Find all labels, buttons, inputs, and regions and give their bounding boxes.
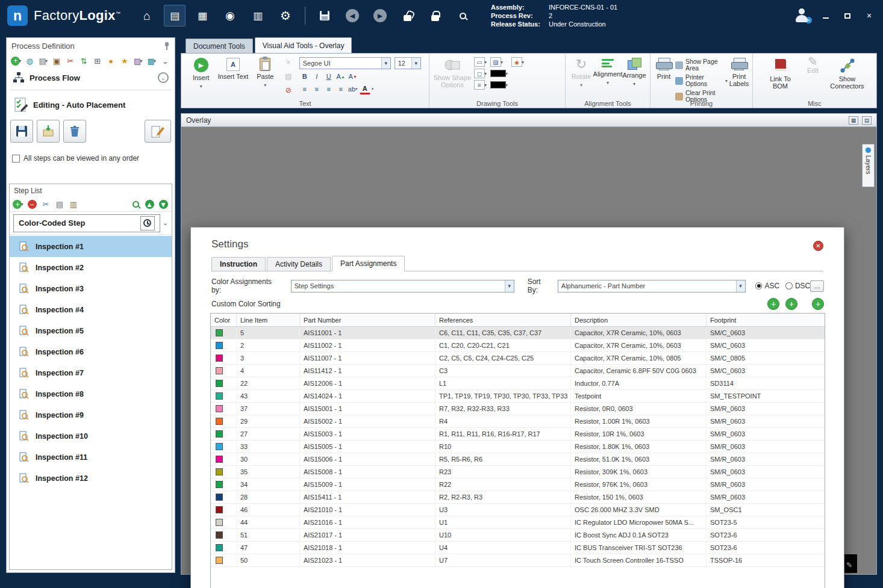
table-row[interactable]: 30 AIS15006 - 1 R5, R5-R6, R6 Resistor, … xyxy=(211,453,825,466)
table-row[interactable]: 34 AIS15009 - 1 R22 Resistor, 976K 1%, 0… xyxy=(211,478,825,491)
header-references[interactable]: References xyxy=(435,314,571,326)
step-list-item[interactable]: Inspection #6 xyxy=(10,341,172,362)
table-row[interactable]: 3 AIS11007 - 1 C2, C5, C5, C24, C24-C25,… xyxy=(211,352,825,365)
shrink-font-button[interactable]: A▼ xyxy=(348,71,358,82)
edit-step-button[interactable] xyxy=(145,120,171,143)
cursor-icon[interactable]: ✎ xyxy=(846,561,852,569)
remove-step-button[interactable]: − xyxy=(26,199,38,211)
underline-button[interactable]: U xyxy=(323,71,334,82)
layers-tab[interactable]: Layers xyxy=(862,144,875,187)
show-connectors-button[interactable]: Show Connectors xyxy=(829,56,866,98)
delete-text-button[interactable]: × xyxy=(283,57,294,68)
font-family-select[interactable]: Segoe UI ▼ xyxy=(299,57,391,69)
minimize-button[interactable] xyxy=(820,11,831,20)
show-shape-options-button[interactable]: Show Shape Options xyxy=(433,56,472,98)
edit-button-ribbon[interactable]: ✎ Edit xyxy=(801,56,825,98)
align-right-button[interactable]: ≡ xyxy=(323,84,334,94)
duplicate-text-button[interactable]: ▤ xyxy=(283,71,294,82)
table-row[interactable]: 47 AIS21018 - 1 U4 IC BUS Transceiver TR… xyxy=(211,542,825,554)
close-button[interactable]: × xyxy=(864,11,875,20)
fill-bucket-button[interactable]: ◈▾ xyxy=(511,57,524,67)
line-style-button[interactable]: ≡▾ xyxy=(474,80,487,90)
audit-search-icon[interactable] xyxy=(452,5,474,26)
tools-button[interactable]: ▩▾ xyxy=(146,55,158,67)
align-center-button[interactable]: ≡ xyxy=(311,84,322,94)
paste-button[interactable]: Paste ▾ xyxy=(249,56,281,98)
alignment-button[interactable]: Alignment ▾ xyxy=(593,56,622,98)
step-list-item[interactable]: Inspection #1 xyxy=(10,236,172,257)
dialog-close-button[interactable]: ✕ xyxy=(813,241,823,251)
insert-button[interactable]: ▶ Insert ▾ xyxy=(185,56,217,98)
table-row[interactable]: 27 AIS15003 - 1 R1, R11, R11, R16, R16-R… xyxy=(211,428,825,441)
font-color-button[interactable]: A xyxy=(360,84,370,94)
palette-button[interactable]: ▨▾ xyxy=(133,55,145,67)
table-row[interactable]: 29 AIS15002 - 1 R4 Resistor, 1.00R 1%, 0… xyxy=(211,415,825,428)
favorite-button[interactable]: ★ xyxy=(119,55,131,67)
overlay-layers-button[interactable]: ▤ xyxy=(862,116,872,125)
tab-activity-details[interactable]: Activity Details xyxy=(267,257,331,271)
pin-icon[interactable] xyxy=(164,42,170,50)
table-row[interactable]: 4 AIS11412 - 1 C3 Capacitor, Ceramic 6.8… xyxy=(211,365,825,377)
step-list-item[interactable]: Inspection #8 xyxy=(10,383,172,404)
insert-text-button[interactable]: A Insert Text xyxy=(217,56,249,98)
header-color[interactable]: Color xyxy=(211,314,237,326)
delete-process-button[interactable] xyxy=(63,120,86,143)
order-checkbox[interactable] xyxy=(12,155,20,162)
step-list-item[interactable]: Inspection #7 xyxy=(10,362,172,383)
expand-process-flow-icon[interactable]: ⌄ xyxy=(158,72,169,83)
move-step-down-button[interactable]: ▼ xyxy=(157,199,169,211)
show-page-area-button[interactable]: Show Page Area xyxy=(675,58,728,72)
settings-gear-icon[interactable]: ⚙ xyxy=(275,5,296,26)
collapse-toolbar-button[interactable]: ⌄ xyxy=(160,55,172,67)
line-color-button[interactable]: ▾ xyxy=(490,80,508,90)
table-row[interactable]: 44 AIS21016 - 1 U1 IC Regulator LDO Micr… xyxy=(211,516,825,529)
table-row[interactable]: 35 AIS15008 - 1 R23 Resistor, 309K 1%, 0… xyxy=(211,466,825,478)
more-options-button[interactable]: ... xyxy=(810,280,824,292)
align-justify-button[interactable]: ≡ xyxy=(335,84,346,94)
font-size-select[interactable]: 12 ▼ xyxy=(395,57,421,69)
step-type-selector[interactable]: Color-Coded Step xyxy=(13,214,160,232)
color-assignments-select[interactable]: Step Settings ▼ xyxy=(291,280,514,292)
import-process-button[interactable] xyxy=(37,120,60,143)
step-type-chevron-icon[interactable]: ⌄ xyxy=(163,219,168,227)
bold-button[interactable]: B xyxy=(299,71,310,82)
paste-step-button[interactable]: ▥ xyxy=(67,199,80,211)
table-row[interactable]: 43 AIS14024 - 1 TP1, TP19, TP19, TP30, T… xyxy=(211,390,825,403)
tab-document-tools[interactable]: Document Tools xyxy=(186,39,253,53)
font-color-dropdown-icon[interactable]: ▾ xyxy=(372,87,374,91)
print-labels-button[interactable]: Print Labels xyxy=(728,56,750,98)
add-step-button[interactable]: +▾ xyxy=(12,199,24,211)
grow-font-button[interactable]: A▲ xyxy=(335,71,346,82)
shape-select-button[interactable]: ▭▾ xyxy=(474,57,487,67)
table-row[interactable]: 51 AIS21017 - 1 U10 IC Boost Sync ADJ 0.… xyxy=(211,529,825,542)
process-flow-row[interactable]: Process Flow ⌄ xyxy=(7,68,175,87)
web-link-button[interactable]: ◍ xyxy=(24,55,36,67)
forward-icon[interactable]: ▶ xyxy=(369,5,391,26)
table-row[interactable]: 5 AIS11001 - 1 C6, C11, C11, C35, C35, C… xyxy=(211,327,825,339)
step-list-item[interactable]: Inspection #2 xyxy=(10,257,172,278)
sort-by-select[interactable]: Alphanumeric - Part Number ▼ xyxy=(558,280,746,292)
cut-step-button[interactable]: ✂ xyxy=(40,199,52,211)
table-row[interactable]: 33 AIS15005 - 1 R10 Resistor, 1.80K 1%, … xyxy=(211,441,825,453)
align-left-button[interactable]: ≡ xyxy=(299,84,310,94)
shape-mode-button[interactable]: ◻▾ xyxy=(474,69,487,78)
dsc-radio[interactable] xyxy=(785,282,793,289)
step-list-item[interactable]: Inspection #11 xyxy=(10,447,172,468)
user-icon[interactable]: × xyxy=(794,8,810,23)
tab-visual-aid-tools-overlay[interactable]: Visual Aid Tools - Overlay xyxy=(255,37,352,53)
print-button-ribbon[interactable]: Print xyxy=(652,56,675,98)
move-step-up-button[interactable]: ▲ xyxy=(143,199,155,211)
maximize-button[interactable] xyxy=(842,11,853,20)
step-list-item[interactable]: Inspection #9 xyxy=(10,404,172,426)
cut-button[interactable]: ✂ xyxy=(64,55,76,67)
italic-button[interactable]: I xyxy=(311,71,322,82)
fill-color-button[interactable]: ▾ xyxy=(490,69,508,78)
header-part-number[interactable]: Part Number xyxy=(300,314,435,326)
package-button[interactable]: ▣ xyxy=(51,55,63,67)
unlock-icon[interactable] xyxy=(397,5,419,26)
rotate-button[interactable]: ↻ Rotate ▾ xyxy=(569,56,593,98)
table-row[interactable]: 50 AIS21023 - 1 U7 IC Touch Screen Contr… xyxy=(211,554,825,567)
documents-icon[interactable]: ▥ xyxy=(247,5,269,26)
print-button[interactable]: ▤▾ xyxy=(37,55,49,67)
add-color-button[interactable]: + xyxy=(812,298,824,310)
